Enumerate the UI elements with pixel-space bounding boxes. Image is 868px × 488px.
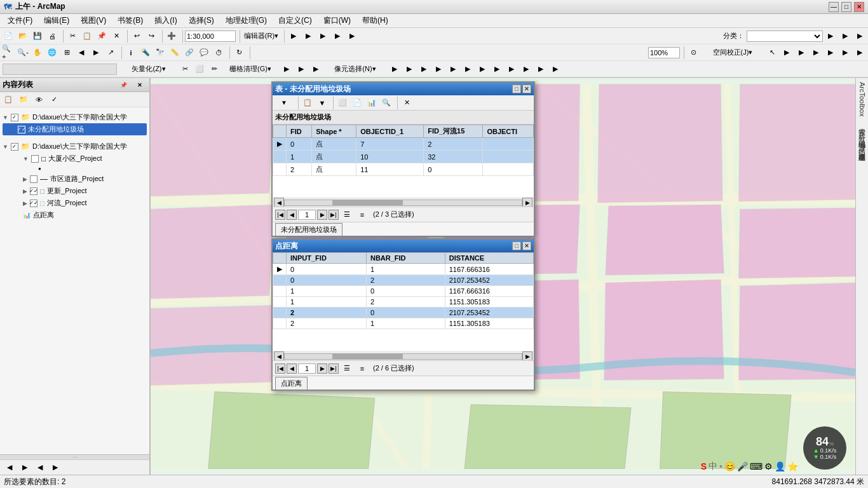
sidebar-modelbuilder[interactable]: 模型构建器 — [857, 146, 867, 151]
t1-col-fid[interactable]: FID — [287, 125, 312, 138]
table-2-restore-btn[interactable]: □ — [512, 241, 521, 250]
r3-tb11[interactable]: ▶ — [431, 62, 445, 76]
update-checkbox[interactable]: ✓ — [30, 187, 37, 195]
menu-insert[interactable]: 插入(I) — [149, 14, 182, 27]
tb-more1[interactable]: ▶ — [287, 29, 301, 43]
tb-extra2[interactable]: ▶ — [838, 29, 852, 43]
t1-btn6[interactable]: 🔍 — [379, 96, 393, 110]
building-checkbox[interactable] — [31, 155, 39, 163]
info-btn[interactable]: i — [124, 46, 138, 60]
r2-extra[interactable]: ▶ — [780, 46, 794, 60]
panel-resize-handle[interactable]: ⋯ — [0, 454, 149, 459]
raster-clean-btn[interactable]: 栅格清理(G)▾ — [222, 62, 279, 76]
table-2-close-btn[interactable]: ✕ — [522, 241, 531, 250]
cursor-btn[interactable]: ↖ — [765, 46, 779, 60]
panel-btn4[interactable]: ▶ — [48, 461, 62, 475]
layer-group-header-1[interactable]: ▼ 📁 D:\daxue\大三下学期\全国大学 — [3, 111, 147, 123]
pixel-select-btn[interactable]: 像元选择(N)▾ — [323, 62, 387, 76]
t1-view-btn1[interactable]: ☰ — [340, 208, 354, 222]
r2-extra2[interactable]: ▶ — [794, 46, 808, 60]
r3-tb5[interactable]: ▶ — [280, 62, 294, 76]
maptip-btn[interactable]: 💬 — [197, 46, 211, 60]
list-by-selection-btn[interactable]: ✓ — [47, 93, 61, 107]
t1-close-table-btn[interactable]: ✕ — [400, 96, 414, 110]
t2-page-input[interactable] — [298, 363, 316, 374]
t1-col-shape[interactable]: Shape * — [312, 125, 356, 138]
minimize-button[interactable]: — — [829, 2, 839, 12]
maximize-button[interactable]: □ — [841, 2, 851, 12]
t1-options-btn[interactable]: ▼ — [274, 96, 294, 110]
panel-pin-btn[interactable]: 📌 — [116, 78, 130, 92]
r2-extra6[interactable]: ▶ — [853, 46, 867, 60]
add-data-button[interactable]: ➕ — [165, 29, 179, 43]
sidebar-geocode[interactable]: 地理编码 — [857, 133, 867, 138]
vectorize-btn[interactable]: 矢量化(Z)▾ — [120, 62, 177, 76]
t1-btn5[interactable]: 📊 — [365, 96, 379, 110]
zoom-in-btn[interactable]: 🔍+ — [1, 46, 15, 60]
table-1-titlebar[interactable]: 表 - 未分配用地垃圾场 □ ✕ — [273, 83, 534, 95]
undo-button[interactable]: ↩ — [130, 29, 144, 43]
t2-view-btn1[interactable]: ☰ — [340, 362, 354, 376]
table-row[interactable]: 1 0 1167.666316 — [273, 286, 534, 297]
table-2-name-tag[interactable]: 点距离 — [275, 377, 308, 390]
prev-extent-btn[interactable]: ◀ — [74, 46, 88, 60]
r2-extra3[interactable]: ▶ — [809, 46, 823, 60]
t2-next-btn[interactable]: ▶ — [317, 363, 327, 374]
hyperlink-btn[interactable]: 🔗 — [182, 46, 196, 60]
layer-update[interactable]: ▶ ✓ □ 更新_Project — [3, 185, 147, 197]
layer-building[interactable]: ▼ □ 大厦小区_Project — [3, 152, 147, 165]
r3-tb16[interactable]: ▶ — [505, 62, 519, 76]
menu-edit[interactable]: 编辑(E) — [39, 14, 74, 27]
t2-col-nbar-fid[interactable]: NBAR_FID — [366, 253, 445, 264]
table-1-name-tag[interactable]: 未分配用地垃圾场 — [275, 223, 342, 236]
full-extent-btn[interactable]: ⊞ — [60, 46, 74, 60]
list-by-drawing-btn[interactable]: 📋 — [1, 93, 15, 107]
layer-distance[interactable]: 📊 点距离 — [3, 209, 147, 221]
print-button[interactable]: 🖨 — [45, 29, 59, 43]
t1-page-input[interactable] — [298, 210, 316, 220]
table-row[interactable]: 2 1 1151.305183 — [273, 318, 534, 329]
menu-bookmark[interactable]: 书签(B) — [112, 14, 148, 27]
r3-tb2[interactable]: ✂ — [178, 62, 192, 76]
table-1-restore-btn[interactable]: □ — [512, 85, 521, 93]
group1-checkbox[interactable] — [11, 114, 18, 121]
window-controls[interactable]: — □ ✕ — [829, 2, 864, 12]
t1-col-fid-river[interactable]: FID_河流15 — [424, 125, 483, 138]
copy-button[interactable]: 📋 — [80, 29, 94, 43]
table-row[interactable]: 1 点 10 32 — [273, 151, 534, 163]
snap-btn[interactable]: ⊙ — [686, 46, 700, 60]
t1-btn2[interactable]: ▼ — [315, 96, 329, 110]
t1-btn3[interactable]: ⬜ — [336, 96, 349, 110]
r3-tb19[interactable]: ▶ — [548, 62, 562, 76]
editor-button[interactable]: 编辑器(R)▾ — [242, 29, 280, 43]
r3-tb14[interactable]: ▶ — [475, 62, 489, 76]
list-by-visibility-btn[interactable]: 👁 — [32, 93, 46, 107]
r3-tb12[interactable]: ▶ — [446, 62, 460, 76]
tb-extra[interactable]: ▶ — [824, 29, 837, 43]
r2-extra4[interactable]: ▶ — [824, 46, 837, 60]
table-1-close-btn[interactable]: ✕ — [522, 85, 531, 93]
r3-tb4[interactable]: ✏ — [207, 62, 221, 76]
table-2-hscroll[interactable]: ◀ ▶ — [273, 351, 534, 360]
road-checkbox[interactable] — [30, 175, 37, 183]
t2-view-btn2[interactable]: ≡ — [355, 362, 369, 376]
menu-view[interactable]: 视图(V) — [76, 14, 111, 27]
scale-input[interactable] — [185, 30, 236, 42]
r3-tb8[interactable]: ▶ — [388, 62, 402, 76]
panel-btn3[interactable]: ◀ — [33, 461, 47, 475]
panel-btn1[interactable]: ◀ — [3, 461, 17, 475]
t1-last-btn[interactable]: ▶| — [329, 210, 339, 220]
r3-tb10[interactable]: ▶ — [417, 62, 431, 76]
table-row[interactable]: ▶ 0 点 7 2 — [273, 138, 534, 151]
globe-btn[interactable]: 🌐 — [45, 46, 59, 60]
group2-checkbox[interactable] — [11, 143, 18, 151]
t2-first-btn[interactable]: |◀ — [275, 363, 285, 374]
sidebar-search[interactable]: 搜索 — [857, 120, 867, 125]
table-row[interactable]: 2 0 2107.253452 — [273, 308, 534, 318]
r3-tb6[interactable]: ▶ — [294, 62, 308, 76]
save-button[interactable]: 💾 — [31, 29, 44, 43]
rotate-btn[interactable]: ↻ — [232, 46, 246, 60]
tb-more4[interactable]: ▶ — [330, 29, 344, 43]
menu-select[interactable]: 选择(S) — [184, 14, 219, 27]
cut-button[interactable]: ✂ — [65, 29, 79, 43]
